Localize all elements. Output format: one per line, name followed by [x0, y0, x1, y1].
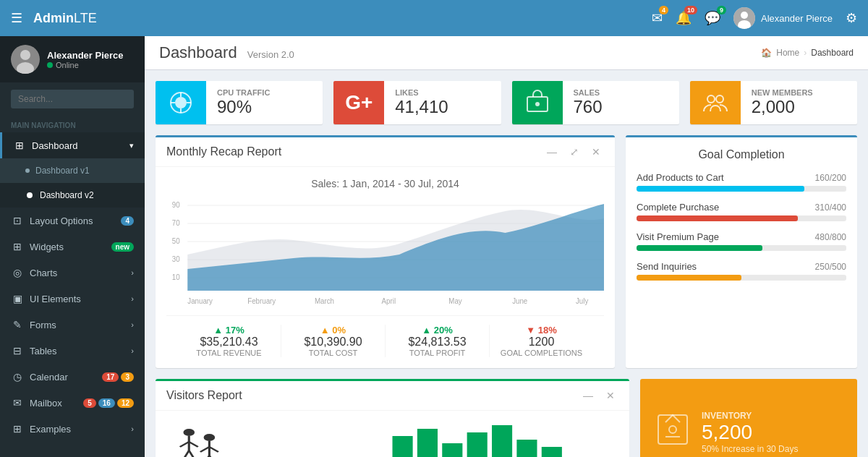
hamburger-button[interactable]: ☰	[11, 10, 22, 26]
cost-label: TOTAL COST	[289, 349, 378, 357]
progress-fill-inquiries	[637, 275, 741, 281]
sidebar-item-label: Layout Options	[30, 215, 93, 226]
sidebar-item-widgets[interactable]: ⊞ Widgets new	[0, 234, 145, 260]
comment-badge: 9	[717, 6, 726, 14]
progress-fill-purchase	[637, 215, 798, 221]
svg-rect-46	[417, 429, 438, 457]
goal-completion-box: Goal Completion Add Products to Cart 160…	[626, 135, 857, 368]
svg-point-14	[707, 95, 715, 103]
content-body: CPU TRAFFIC 90% G+ LIKES 41,410	[145, 70, 868, 457]
chevron-right-icon: ›	[131, 294, 134, 303]
top-nav-right: ✉ 4 🔔 10 💬 9 Alexander Pierce ⚙	[652, 7, 857, 29]
breadcrumb-current: Dashboard	[811, 48, 854, 58]
svg-point-7	[175, 97, 187, 108]
svg-line-37	[182, 450, 189, 457]
stat-value-members: 2,000	[752, 97, 813, 117]
bell-badge: 10	[684, 6, 697, 14]
visitors-box-title: Visitors Report	[166, 389, 242, 402]
avatar	[733, 7, 755, 29]
content-wrap: Dashboard Version 2.0 🏠 Home › Dashboard	[145, 36, 868, 457]
visitors-box-header: Visitors Report — ✕	[156, 381, 629, 411]
progress-bar-purchase	[637, 215, 846, 221]
search-input[interactable]	[11, 90, 134, 108]
sidebar-item-calendar[interactable]: ◷ Calendar 17 3	[0, 364, 145, 390]
expand-button[interactable]: ⤢	[566, 145, 582, 159]
sidebar-item-layout-options[interactable]: ⊡ Layout Options 4	[0, 208, 145, 234]
visitors-close-button[interactable]: ✕	[603, 388, 618, 403]
user-menu[interactable]: Alexander Pierce	[733, 7, 833, 29]
sidebar-item-forms[interactable]: ✎ Forms ›	[0, 312, 145, 338]
monthly-box-body: Sales: 1 Jan, 2014 - 30 Jul, 2014 90 70 …	[156, 167, 615, 368]
svg-text:April: April	[382, 297, 396, 305]
svg-line-38	[189, 450, 195, 457]
progress-fill-cart	[637, 186, 804, 192]
charts-icon: ◎	[11, 267, 24, 278]
svg-text:30: 30	[172, 255, 180, 263]
goal-label-purchase: Complete Purchase	[637, 202, 719, 213]
sidebar-item-mailbox[interactable]: ✉ Mailbox 5 16 12	[0, 390, 145, 416]
mailbox-badge-red: 5	[83, 398, 96, 408]
goal-item-purchase: Complete Purchase 310/400	[637, 202, 846, 221]
sidebar-item-examples[interactable]: ⊞ Examples ›	[0, 416, 145, 442]
dashboard-icon: ⊞	[13, 140, 26, 151]
gear-icon[interactable]: ⚙	[846, 10, 857, 26]
sidebar: Alexander Pierce Online 🔍 MAIN NAVIGATIO…	[0, 36, 145, 457]
sidebar-search-area: 🔍	[0, 82, 145, 116]
stat-info-members: NEW MEMBERS 2,000	[741, 81, 824, 124]
comment-nav-button[interactable]: 💬 9	[705, 10, 720, 26]
sidebar-item-ui-elements[interactable]: ▣ UI Elements ›	[0, 286, 145, 312]
calendar-icon: ◷	[11, 371, 24, 383]
progress-bar-premium	[637, 245, 846, 251]
sidebar-item-dashboard[interactable]: ⊞ Dashboard ▾	[0, 132, 145, 158]
top-nav-left: ☰ AdminLTE	[11, 10, 97, 26]
svg-point-53	[669, 426, 676, 433]
sidebar-user-name: Alexander Pierce	[47, 50, 124, 61]
page-title: Dashboard Version 2.0	[159, 43, 294, 62]
sidebar-item-tables[interactable]: ⊟ Tables ›	[0, 338, 145, 364]
box-header-monthly: Monthly Recap Report — ⤢ ✕	[156, 137, 615, 167]
close-button[interactable]: ✕	[588, 145, 604, 159]
sidebar-item-label: Dashboard v2	[40, 190, 94, 200]
stat-col-profit: ▲ 20% $24,813.53 TOTAL PROFIT	[386, 325, 490, 357]
inventory-label: INVENTORY	[702, 411, 798, 421]
visitors-minimize-button[interactable]: —	[579, 388, 597, 403]
goal-item-header-purchase: Complete Purchase 310/400	[637, 202, 846, 213]
svg-rect-47	[442, 443, 462, 457]
goal-value-premium: 480/800	[815, 232, 846, 242]
sidebar-item-dashboard-v1[interactable]: Dashboard v1	[0, 158, 145, 183]
chevron-right-icon: ›	[131, 424, 134, 433]
visitors-chart-svg	[166, 422, 618, 457]
sidebar-item-label: Widgets	[30, 242, 64, 252]
svg-line-35	[180, 442, 190, 447]
goal-item-inquiries: Send Inquiries 250/500	[637, 261, 846, 281]
sidebar-item-label: Dashboard v1	[35, 166, 90, 176]
calendar-badges: 17 3	[102, 372, 134, 382]
goal-value-cart: 160/200	[815, 173, 846, 183]
content-header: Dashboard Version 2.0 🏠 Home › Dashboard	[145, 36, 868, 70]
examples-icon: ⊞	[11, 423, 24, 435]
dashboard-submenu: Dashboard v1 Dashboard v2	[0, 158, 145, 208]
stat-boxes-row: CPU TRAFFIC 90% G+ LIKES 41,410	[156, 81, 857, 124]
sidebar-item-dashboard-v2[interactable]: Dashboard v2	[0, 183, 145, 208]
stat-col-goal: ▼ 18% 1200 GOAL COMPLETIONS	[490, 325, 593, 357]
sidebar-item-label: Forms	[30, 320, 56, 330]
svg-rect-45	[393, 436, 413, 457]
minimize-button[interactable]: —	[543, 145, 561, 159]
inventory-sub: 50% Increase in 30 Days	[702, 444, 798, 454]
goal-box-body: Goal Completion Add Products to Cart 160…	[626, 137, 857, 302]
stat-info-sales: SALES 760	[563, 81, 613, 124]
progress-bar-cart	[637, 186, 846, 192]
stat-box-sales: SALES 760	[512, 81, 679, 124]
online-text: Online	[56, 61, 79, 69]
svg-point-13	[535, 102, 540, 106]
sidebar-item-charts[interactable]: ◎ Charts ›	[0, 260, 145, 286]
likes-icon: G+	[333, 81, 384, 124]
mailbox-badges: 5 16 12	[83, 398, 134, 408]
bell-nav-button[interactable]: 🔔 10	[676, 10, 692, 26]
envelope-nav-button[interactable]: ✉ 4	[652, 10, 663, 26]
svg-text:10: 10	[172, 273, 180, 281]
sidebar-user-status: Online	[47, 61, 124, 69]
breadcrumb-home[interactable]: Home	[776, 48, 799, 58]
stat-info-likes: LIKES 41,410	[384, 81, 459, 124]
sidebar-item-label: UI Elements	[30, 294, 81, 304]
